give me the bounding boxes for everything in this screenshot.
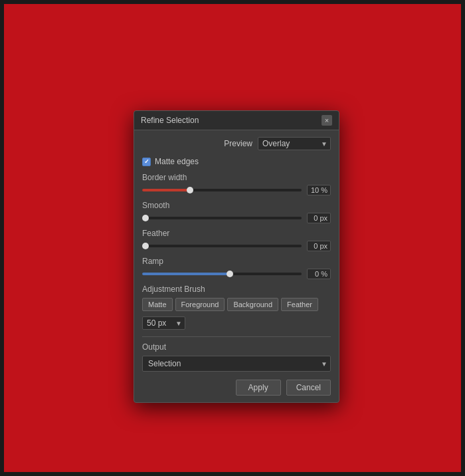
foreground-button[interactable]: Foreground [175, 298, 225, 311]
ramp-slider[interactable] [142, 273, 302, 275]
brush-buttons-row: Matte Foreground Background Feather [142, 298, 331, 311]
feather-slider[interactable] [142, 245, 302, 247]
matte-edges-checkbox[interactable] [142, 158, 151, 166]
matte-edges-row: Matte edges [142, 157, 331, 166]
dialog-titlebar: Refine Selection × [134, 111, 339, 130]
ramp-fill [142, 273, 230, 275]
border-width-thumb[interactable] [187, 187, 193, 193]
border-width-value[interactable]: 10 % [307, 185, 331, 195]
ramp-section: Ramp 0 % [142, 257, 331, 279]
smooth-slider-container: 0 px [142, 213, 331, 223]
adjustment-brush-label: Adjustment Brush [142, 285, 331, 294]
output-label: Output [142, 342, 331, 352]
preview-label: Preview [224, 139, 252, 148]
brush-size-select-wrapper: 25 px 50 px 75 px 100 px ▼ [142, 316, 185, 330]
refine-selection-dialog: Refine Selection × Preview Overlay Black… [134, 110, 339, 403]
feather-button[interactable]: Feather [281, 298, 318, 311]
brush-size-row: 25 px 50 px 75 px 100 px ▼ [142, 316, 331, 330]
background-button[interactable]: Background [227, 298, 278, 311]
smooth-value[interactable]: 0 px [307, 213, 331, 223]
preview-select[interactable]: Overlay Black White None [258, 137, 331, 150]
border-width-slider-container: 10 % [142, 185, 331, 195]
smooth-section: Smooth 0 px [142, 201, 331, 223]
ramp-value[interactable]: 0 % [307, 269, 331, 279]
ramp-label: Ramp [142, 257, 331, 266]
ramp-slider-container: 0 % [142, 269, 331, 279]
feather-thumb[interactable] [142, 243, 149, 249]
ramp-thumb[interactable] [227, 271, 233, 277]
output-select-wrapper: Selection Layer Mask New Layer New Layer… [142, 356, 331, 372]
cancel-button[interactable]: Cancel [286, 380, 331, 396]
divider [142, 336, 331, 337]
border-width-label: Border width [142, 173, 331, 182]
background: Refine Selection × Preview Overlay Black… [0, 0, 465, 476]
dialog-body: Preview Overlay Black White None ▼ Matte… [134, 130, 339, 402]
smooth-slider[interactable] [142, 217, 302, 219]
output-select[interactable]: Selection Layer Mask New Layer New Layer… [142, 356, 331, 372]
smooth-label: Smooth [142, 201, 331, 210]
output-section: Output Selection Layer Mask New Layer Ne… [142, 342, 331, 372]
feather-label: Feather [142, 229, 331, 238]
brush-size-select[interactable]: 25 px 50 px 75 px 100 px [142, 316, 185, 330]
matte-button[interactable]: Matte [142, 298, 173, 311]
preview-row: Preview Overlay Black White None ▼ [142, 137, 331, 150]
adjustment-brush-section: Adjustment Brush Matte Foreground Backgr… [142, 285, 331, 330]
border-width-section: Border width 10 % [142, 173, 331, 195]
close-button[interactable]: × [322, 115, 332, 126]
apply-button[interactable]: Apply [236, 380, 281, 396]
feather-value[interactable]: 0 px [307, 241, 331, 251]
matte-edges-label: Matte edges [155, 157, 199, 166]
dialog-title: Refine Selection [141, 116, 199, 125]
border-width-slider[interactable] [142, 189, 302, 191]
action-buttons: Apply Cancel [142, 380, 331, 396]
preview-select-wrapper: Overlay Black White None ▼ [258, 137, 331, 150]
border-width-fill [142, 189, 190, 191]
smooth-thumb[interactable] [142, 215, 149, 221]
feather-section: Feather 0 px [142, 229, 331, 251]
feather-slider-container: 0 px [142, 241, 331, 251]
